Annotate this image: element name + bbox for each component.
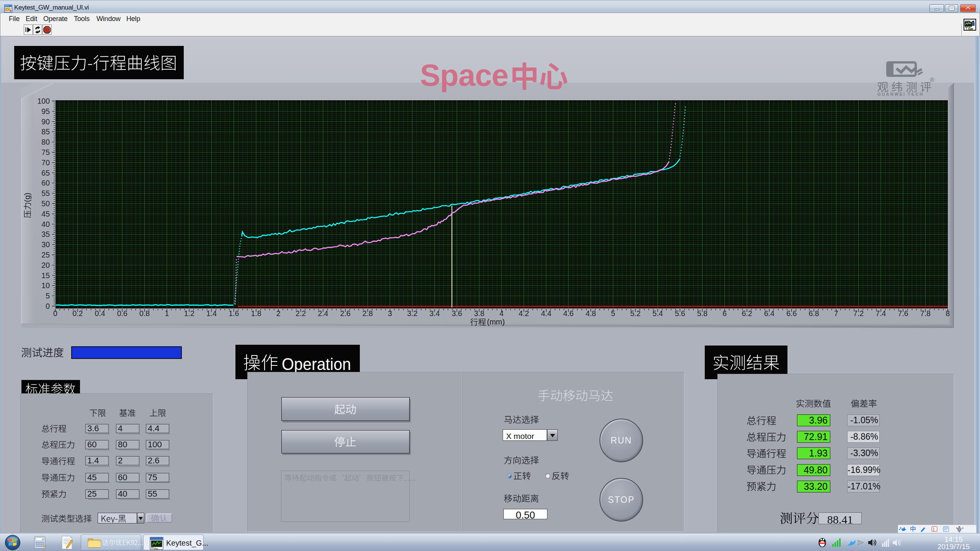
svg-text:35: 35 (41, 230, 50, 238)
svg-text:80: 80 (41, 138, 50, 146)
svg-text:2.4: 2.4 (318, 309, 328, 318)
svg-text:70: 70 (41, 158, 50, 167)
svg-text:50: 50 (41, 199, 50, 208)
svg-text:40: 40 (41, 220, 50, 228)
svg-text:1: 1 (165, 309, 169, 318)
svg-text:95: 95 (41, 107, 50, 116)
svg-text:5.4: 5.4 (653, 309, 663, 318)
svg-text:15: 15 (41, 271, 50, 280)
svg-text:7.4: 7.4 (875, 309, 886, 318)
svg-text:7.2: 7.2 (853, 309, 864, 318)
svg-text:10: 10 (41, 281, 50, 290)
svg-text:3.8: 3.8 (474, 309, 484, 318)
svg-text:2.6: 2.6 (340, 309, 351, 318)
svg-text:4.4: 4.4 (541, 309, 551, 318)
svg-text:3.4: 3.4 (430, 309, 440, 318)
svg-text:6.6: 6.6 (786, 309, 797, 318)
svg-text:20: 20 (41, 261, 50, 269)
svg-text:5.6: 5.6 (675, 309, 685, 318)
svg-text:1.6: 1.6 (229, 309, 239, 318)
svg-text:85: 85 (41, 127, 50, 136)
svg-text:4.6: 4.6 (563, 309, 573, 318)
svg-text:5: 5 (611, 309, 615, 318)
svg-text:4: 4 (500, 309, 504, 318)
svg-text:25: 25 (41, 251, 50, 259)
svg-text:60: 60 (41, 179, 50, 187)
svg-text:3: 3 (388, 309, 392, 318)
svg-text:2: 2 (276, 309, 281, 318)
svg-text:5: 5 (46, 292, 50, 300)
svg-text:1.4: 1.4 (206, 309, 217, 318)
svg-text:0.2: 0.2 (72, 309, 83, 318)
svg-text:3.2: 3.2 (407, 309, 417, 318)
svg-text:7: 7 (834, 309, 838, 318)
svg-text:0.4: 0.4 (95, 309, 105, 318)
svg-text:5.2: 5.2 (630, 309, 640, 318)
svg-text:55: 55 (41, 189, 50, 197)
svg-text:30: 30 (41, 240, 50, 249)
svg-text:7.8: 7.8 (920, 309, 931, 318)
svg-text:6.8: 6.8 (808, 309, 819, 318)
svg-text:1.8: 1.8 (251, 309, 261, 318)
svg-text:0: 0 (46, 302, 50, 310)
svg-text:8: 8 (946, 309, 950, 318)
svg-text:6.2: 6.2 (742, 309, 752, 318)
svg-text:75: 75 (41, 148, 50, 156)
svg-text:90: 90 (41, 117, 50, 126)
svg-text:2.2: 2.2 (296, 309, 306, 318)
svg-text:0: 0 (53, 309, 57, 318)
svg-text:2.8: 2.8 (363, 309, 373, 318)
svg-text:45: 45 (41, 210, 50, 218)
svg-text:3.6: 3.6 (452, 309, 462, 318)
svg-text:6: 6 (722, 309, 727, 318)
svg-text:0.8: 0.8 (139, 309, 150, 318)
svg-text:65: 65 (41, 169, 50, 177)
svg-text:4.2: 4.2 (519, 309, 529, 318)
svg-text:0.6: 0.6 (117, 309, 127, 318)
svg-text:4.8: 4.8 (586, 309, 596, 318)
svg-text:Operation: Operation (282, 355, 351, 373)
svg-text:1.2: 1.2 (184, 309, 194, 318)
svg-text:100: 100 (37, 97, 50, 105)
svg-text:7.6: 7.6 (898, 309, 908, 318)
svg-text:0: 0 (42, 538, 44, 541)
svg-text:1: 1 (933, 527, 935, 531)
svg-text:5.8: 5.8 (697, 309, 707, 318)
svg-text:6.4: 6.4 (764, 309, 774, 318)
